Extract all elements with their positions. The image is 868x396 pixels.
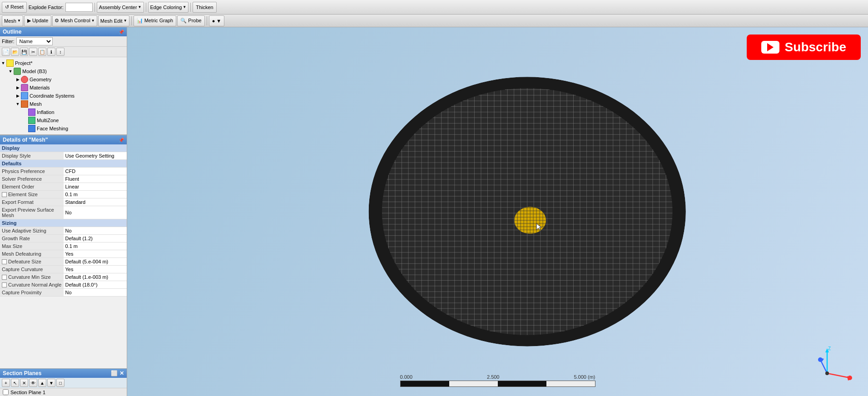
- main-layout: Outline 📌 Filter: Name 📄 📂 💾 ✂ 📋 ℹ ↕: [0, 27, 868, 396]
- val-solver-pref[interactable]: Fluent: [64, 175, 127, 183]
- outline-icon-new[interactable]: 📄: [2, 48, 10, 56]
- tree-item-materials[interactable]: ▶ Materials: [0, 84, 127, 92]
- materials-icon: [21, 84, 28, 91]
- tree-item-inflation[interactable]: Inflation: [0, 108, 127, 116]
- val-mesh-defeaturing[interactable]: Yes: [64, 250, 127, 258]
- mesh-control-btn[interactable]: ⚙ Mesh Control ▼: [52, 15, 97, 26]
- val-growth-rate[interactable]: Default (1.2): [64, 235, 127, 243]
- left-panel: Outline 📌 Filter: Name 📄 📂 💾 ✂ 📋 ℹ ↕: [0, 27, 127, 396]
- outline-icon-open[interactable]: 📂: [11, 48, 19, 56]
- label-export-preview: Export Preview Surface Mesh: [0, 206, 64, 219]
- val-curvature-min-size[interactable]: Default (1.e-003 m): [64, 273, 127, 281]
- element-size-cb[interactable]: [2, 192, 7, 197]
- metric-graph-btn[interactable]: 📊 Metric Graph: [134, 15, 177, 26]
- outline-icon-cut[interactable]: ✂: [29, 48, 37, 56]
- outline-icon-info[interactable]: ℹ: [47, 48, 55, 56]
- val-adaptive-sizing[interactable]: No: [64, 227, 127, 235]
- section-planes-close[interactable]: ✕: [119, 370, 124, 376]
- tree-item-facemesh[interactable]: Face Meshing: [0, 124, 127, 133]
- expand-coord[interactable]: ▶: [15, 93, 21, 99]
- shape-btn[interactable]: ● ▼: [209, 15, 225, 26]
- val-capture-curvature[interactable]: Yes: [64, 266, 127, 273]
- tree-item-project[interactable]: ▼ Project*: [0, 59, 127, 67]
- tree-item-geometry[interactable]: ▶ Geometry: [0, 75, 127, 84]
- expand-mesh[interactable]: ▼: [15, 101, 21, 107]
- section-planes-panel: Section Planes ⬜ ✕ + ↖ ✕ 👁 ▲ ▼ □ Section…: [0, 368, 127, 396]
- facemesh-label: Face Meshing: [37, 126, 68, 131]
- tree-item-model[interactable]: ▼ Model (B3): [0, 67, 127, 75]
- edge-coloring-btn[interactable]: Edge Coloring ▼: [148, 2, 189, 13]
- outline-pin[interactable]: 📌: [119, 30, 124, 35]
- curvature-angle-cb[interactable]: [2, 282, 7, 287]
- outline-tree: ▼ Project* ▼ Model (B3) ▶ Geom: [0, 57, 127, 134]
- sep2: [146, 3, 146, 12]
- defeature-size-cb[interactable]: [2, 259, 7, 264]
- section-plane-1-item[interactable]: Section Plane 1: [0, 388, 127, 396]
- outline-filter-bar: Filter: Name: [0, 36, 127, 47]
- tree-item-coord[interactable]: ▶ Coordinate Systems: [0, 92, 127, 100]
- row-export-preview: Export Preview Surface Mesh No: [0, 206, 127, 219]
- sp-icon-eye[interactable]: 👁: [29, 379, 37, 387]
- geometry-icon: [21, 76, 28, 83]
- row-curvature-min-size: Curvature Min Size Default (1.e-003 m): [0, 273, 127, 281]
- section-plane-1-cb[interactable]: [3, 389, 9, 395]
- val-element-order[interactable]: Linear: [64, 183, 127, 191]
- label-capture-proximity: Capture Proximity: [0, 289, 64, 297]
- label-curvature-min-size: Curvature Min Size: [0, 273, 64, 281]
- expand-geometry[interactable]: ▶: [15, 76, 21, 83]
- val-display-style[interactable]: Use Geometry Setting: [64, 152, 127, 160]
- val-export-preview[interactable]: No: [64, 206, 127, 219]
- sp-icon-delete[interactable]: ✕: [20, 379, 28, 387]
- mesh-btn[interactable]: Mesh ▼: [2, 15, 23, 26]
- filter-label: Filter:: [2, 39, 15, 44]
- val-max-size[interactable]: 0.1 m: [64, 243, 127, 250]
- thicken-btn[interactable]: Thicken: [193, 2, 217, 13]
- viewport[interactable]: Subscribe 0.000 2.500 5.000 (m) Z: [127, 27, 868, 396]
- val-physics-pref[interactable]: CFD: [64, 168, 127, 175]
- mesh-edit-btn[interactable]: Mesh Edit ▼: [98, 15, 129, 26]
- val-element-size[interactable]: 0.1 m: [64, 191, 127, 198]
- update-btn[interactable]: ▶ Update: [24, 15, 52, 26]
- explode-input[interactable]: [65, 3, 93, 12]
- tree-item-multizone[interactable]: MultiZone: [0, 116, 127, 124]
- expand-model[interactable]: ▼: [7, 68, 14, 74]
- label-mesh-defeaturing: Mesh Defeaturing: [0, 250, 64, 258]
- details-pin[interactable]: 📌: [119, 138, 124, 143]
- row-export-format: Export Format Standard: [0, 198, 127, 206]
- tree-item-mesh[interactable]: ▼ Mesh: [0, 100, 127, 108]
- expand-materials[interactable]: ▶: [15, 84, 21, 91]
- sp-icon-up[interactable]: ▲: [38, 379, 46, 387]
- explode-label: Explode Factor:: [29, 5, 64, 10]
- val-capture-proximity[interactable]: No: [64, 289, 127, 297]
- sep3: [190, 3, 191, 12]
- val-defeature-size[interactable]: Default (5.e-004 m): [64, 258, 127, 266]
- outline-icon-sort[interactable]: ↕: [56, 48, 64, 56]
- section-planes-resize[interactable]: ⬜: [111, 370, 118, 376]
- play-triangle: [767, 43, 774, 51]
- scale-seg-2: [449, 381, 498, 386]
- val-curvature-normal-angle[interactable]: Default (18.0°): [64, 281, 127, 289]
- model-label: Model (B3): [22, 69, 47, 74]
- svg-point-8: [848, 376, 852, 380]
- details-panel: Details of "Mesh" 📌 Display Display Styl…: [0, 135, 127, 368]
- subscribe-button[interactable]: Subscribe: [747, 35, 861, 60]
- filter-select[interactable]: Name: [16, 37, 53, 45]
- expand-project[interactable]: ▼: [0, 60, 6, 66]
- svg-point-9: [818, 357, 823, 362]
- outline-icon-save[interactable]: 💾: [20, 48, 28, 56]
- assembly-center-btn[interactable]: Assembly Center ▼: [97, 2, 144, 13]
- section-planes-controls: ⬜ ✕: [111, 370, 124, 376]
- sp-icon-down[interactable]: ▼: [47, 379, 55, 387]
- sp-icon-view[interactable]: □: [56, 379, 64, 387]
- sp-icon-cursor[interactable]: ↖: [11, 379, 19, 387]
- val-export-format[interactable]: Standard: [64, 198, 127, 206]
- scale-graphic: [400, 381, 595, 387]
- curvature-min-cb[interactable]: [2, 275, 7, 280]
- scale-seg-1: [401, 381, 449, 386]
- reset-button[interactable]: ↺ Reset: [2, 2, 27, 13]
- youtube-icon: [761, 41, 779, 54]
- sp-icon-add[interactable]: +: [2, 379, 10, 387]
- multizone-label: MultiZone: [37, 118, 59, 123]
- probe-btn[interactable]: 🔍 Probe: [177, 15, 204, 26]
- outline-icon-paste[interactable]: 📋: [38, 48, 46, 56]
